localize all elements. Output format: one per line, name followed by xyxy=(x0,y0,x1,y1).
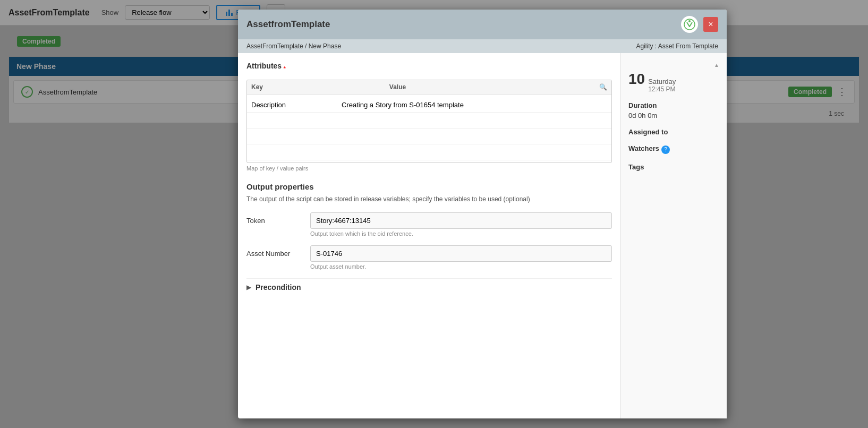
token-label: Token xyxy=(246,212,310,225)
duration-value: 0d 0h 0m xyxy=(628,112,719,119)
output-properties-section: Output properties The output of the scri… xyxy=(246,182,612,270)
output-description: The output of the script can be stored i… xyxy=(246,194,612,204)
output-title: Output properties xyxy=(246,182,612,191)
watchers-label: Watchers xyxy=(628,144,659,152)
attr-value: Creating a Story from S-01654 template xyxy=(337,97,611,113)
duration-section: Duration 0d 0h 0m xyxy=(628,101,719,119)
assigned-to-label: Assigned to xyxy=(628,128,719,136)
chevron-right-icon: ▶ xyxy=(246,284,251,291)
token-row: Token Output token which is the oid refe… xyxy=(246,212,612,237)
scroll-up-icon[interactable]: ▲ xyxy=(714,62,719,68)
attributes-scroll[interactable]: Description Creating a Story from S-0165… xyxy=(247,97,611,162)
modal-sidebar: ▲ 10 Saturday 12:45 PM Duration 0d 0h 0m… xyxy=(620,53,727,418)
table-row-empty-1 xyxy=(247,113,611,129)
versionone-logo-icon xyxy=(683,18,696,31)
token-field: Output token which is the oid reference. xyxy=(310,212,612,237)
breadcrumb: AssetFromTemplate / New Phase xyxy=(246,42,341,50)
asset-number-hint: Output asset number. xyxy=(310,263,612,270)
modal-close-button[interactable]: × xyxy=(703,17,718,32)
attributes-table: Key Value 🔍 xyxy=(247,80,611,95)
map-hint: Map of key / value pairs xyxy=(246,165,612,172)
attributes-data-table: Description Creating a Story from S-0165… xyxy=(247,97,611,160)
asset-number-input[interactable] xyxy=(310,245,612,262)
precondition-section[interactable]: ▶ Precondition xyxy=(246,278,612,296)
modal-header-right: × xyxy=(681,16,718,33)
required-star: * xyxy=(283,65,286,73)
assigned-to-section: Assigned to xyxy=(628,128,719,136)
svg-point-1 xyxy=(688,20,691,22)
scroll-up-area: ▲ xyxy=(628,61,719,69)
table-row: Description Creating a Story from S-0165… xyxy=(247,97,611,113)
asset-number-field: Output asset number. xyxy=(310,245,612,270)
attributes-container: Key Value 🔍 xyxy=(246,80,612,163)
attr-key: Description xyxy=(247,97,337,113)
watchers-row: Watchers ? xyxy=(628,144,719,155)
precondition-label: Precondition xyxy=(256,283,301,292)
watchers-section: Watchers ? xyxy=(628,144,719,155)
modal-header: AssetfromTemplate × xyxy=(238,10,727,39)
search-icon[interactable]: 🔍 xyxy=(599,83,607,91)
modal-dialog: AssetfromTemplate × AssetFromTemplate / … xyxy=(238,10,727,418)
attributes-label: Attributes xyxy=(246,62,282,70)
key-header: Key xyxy=(247,80,385,95)
asset-number-row: Asset Number Output asset number. xyxy=(246,245,612,270)
modal-logo xyxy=(681,16,698,33)
watchers-info-icon[interactable]: ? xyxy=(661,145,670,154)
token-hint: Output token which is the oid reference. xyxy=(310,230,612,237)
sidebar-time: 12:45 PM xyxy=(648,85,676,93)
sidebar-day: Saturday xyxy=(648,78,676,85)
modal-body: Attributes * Key Value 🔍 xyxy=(238,53,727,418)
value-header: Value 🔍 xyxy=(385,80,611,95)
asset-number-label: Asset Number xyxy=(246,245,310,258)
modal-title: AssetfromTemplate xyxy=(246,19,330,30)
tags-section: Tags xyxy=(628,163,719,171)
agility-link: Agility : Asset From Template xyxy=(636,42,719,50)
tags-label: Tags xyxy=(628,163,719,171)
table-row-empty-2 xyxy=(247,129,611,144)
token-input[interactable] xyxy=(310,212,612,229)
attributes-section: Attributes * Key Value 🔍 xyxy=(246,62,612,172)
modal-subheader: AssetFromTemplate / New Phase Agility : … xyxy=(238,39,727,53)
sidebar-date: 10 xyxy=(628,71,645,88)
modal-main-content: Attributes * Key Value 🔍 xyxy=(238,53,620,418)
duration-label: Duration xyxy=(628,101,719,109)
sidebar-day-time: Saturday 12:45 PM xyxy=(648,78,676,93)
date-area: 10 Saturday 12:45 PM xyxy=(628,71,719,93)
table-row-empty-3 xyxy=(247,144,611,160)
